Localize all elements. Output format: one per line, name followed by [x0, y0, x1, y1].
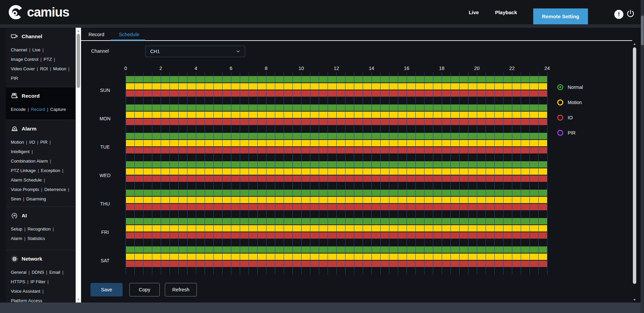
radio-motion[interactable]: [557, 99, 563, 105]
sidebar-link-exception[interactable]: Exception: [41, 168, 60, 173]
sidebar-scrollbar[interactable]: ▲ ▼: [76, 28, 81, 303]
sidebar-link-roi[interactable]: ROI: [40, 66, 48, 71]
sidebar-link-deterrence[interactable]: Deterrence: [44, 187, 66, 192]
schedule-row-sun-motion[interactable]: [126, 83, 547, 90]
schedule-row-mon-normal[interactable]: [126, 104, 547, 112]
sidebar-link-capture[interactable]: Capture: [50, 107, 66, 112]
section-header-ai: AIAI: [11, 212, 72, 220]
schedule-row-wed-io[interactable]: [126, 175, 547, 183]
schedule-row-sun-pir[interactable]: [126, 97, 547, 104]
schedule-row-sat-normal[interactable]: [126, 246, 547, 254]
sidebar-link-general[interactable]: General: [11, 270, 26, 275]
schedule-row-wed-motion[interactable]: [126, 168, 547, 175]
sidebar-link-intelligent[interactable]: Intelligent: [11, 149, 30, 154]
sidebar-link-encode[interactable]: Encode: [11, 107, 26, 112]
sidebar-link-motion[interactable]: Motion: [53, 66, 66, 71]
sidebar-link-statistics[interactable]: Statistics: [27, 236, 45, 241]
radio-dot: [559, 86, 561, 88]
sidebar-link-record[interactable]: Record: [31, 107, 45, 112]
sidebar-scrollbar-thumb[interactable]: [77, 34, 80, 88]
sidebar-link-ddns[interactable]: DDNS: [32, 270, 44, 275]
sidebar-link-pir[interactable]: PIR: [40, 140, 48, 145]
sidebar-link-ip-filter[interactable]: IP Filter: [30, 279, 46, 284]
sidebar-link-motion[interactable]: Motion: [11, 140, 24, 145]
sidebar-link-setup[interactable]: Setup: [11, 226, 22, 232]
sidebar-link-email[interactable]: Email: [49, 270, 60, 275]
legend-item-pir[interactable]: PIR: [557, 130, 583, 136]
schedule-row-thu-io[interactable]: [126, 204, 547, 211]
copy-button[interactable]: Copy: [129, 283, 160, 296]
sidebar-link-platform-access[interactable]: Platform Access: [11, 298, 42, 303]
sidebar-link-line: Motion|I/O|PIR|: [11, 138, 72, 147]
schedule-row-sat-io[interactable]: [126, 261, 547, 268]
nav-remote-setting[interactable]: Remote Setting: [533, 8, 588, 24]
sidebar-link-video-cover[interactable]: Video Cover: [11, 66, 35, 71]
nav-live[interactable]: Live: [469, 9, 479, 15]
schedule-row-thu-normal[interactable]: [126, 190, 547, 197]
channel-select[interactable]: CH1: [145, 46, 245, 57]
schedule-fill-io: [126, 232, 547, 239]
schedule-row-fri-motion[interactable]: [126, 225, 547, 232]
sidebar-link-alarm[interactable]: Alarm: [11, 236, 22, 241]
legend-item-motion[interactable]: Motion: [557, 99, 583, 105]
sidebar-link-disarming[interactable]: Disarming: [26, 196, 46, 201]
schedule-row-mon-pir[interactable]: [126, 126, 547, 133]
legend-item-io[interactable]: IO: [557, 115, 583, 121]
sidebar-link-channel[interactable]: Channel: [11, 47, 27, 52]
sidebar-link-voice-prompts[interactable]: Voice Prompts: [11, 187, 39, 192]
sidebar-link-live[interactable]: Live: [32, 47, 41, 52]
tab-record[interactable]: Record: [88, 32, 104, 37]
save-button[interactable]: Save: [91, 283, 123, 296]
legend-item-normal[interactable]: Normal: [557, 84, 583, 90]
hour-axis: 024681012141618202224: [126, 66, 547, 72]
content-scrollbar[interactable]: ▲ ▼: [632, 41, 637, 303]
schedule-row-sat-pir[interactable]: [126, 268, 547, 275]
schedule-row-wed-pir[interactable]: [126, 183, 547, 190]
schedule-row-thu-motion[interactable]: [126, 197, 547, 204]
refresh-button[interactable]: Refresh: [165, 283, 197, 296]
scroll-up-icon[interactable]: ▲: [632, 42, 637, 46]
schedule-row-mon-io[interactable]: [126, 119, 547, 126]
alert-icon[interactable]: !: [614, 10, 623, 19]
legend-label: Normal: [568, 85, 583, 90]
scroll-down-icon[interactable]: ▼: [76, 297, 81, 302]
scroll-up-icon[interactable]: ▲: [76, 28, 81, 33]
schedule-row-wed-normal[interactable]: [126, 161, 547, 168]
schedule-row-sun-io[interactable]: [126, 90, 547, 97]
sidebar-link-combination-alarm[interactable]: Combination Alarm: [11, 159, 48, 164]
sidebar-link-image-control[interactable]: Image Control: [11, 57, 38, 62]
tab-schedule[interactable]: Schedule: [119, 32, 139, 37]
schedule-row-fri-pir[interactable]: [126, 239, 547, 246]
scroll-down-icon[interactable]: ▼: [632, 298, 637, 302]
nav-playback[interactable]: Playback: [495, 9, 517, 15]
content-scrollbar-thumb[interactable]: [633, 47, 636, 284]
sidebar-link-siren[interactable]: Siren: [11, 196, 21, 201]
sidebar-link-recognition[interactable]: Recognition: [27, 226, 51, 232]
sidebar-link-ptz[interactable]: PTZ: [44, 57, 52, 62]
sidebar-link-alarm-schedule[interactable]: Alarm Schedule: [11, 177, 42, 183]
sidebar-link-https[interactable]: HTTPS: [11, 279, 25, 284]
sidebar-link-i-o[interactable]: I/O: [29, 140, 35, 145]
power-icon[interactable]: [626, 9, 635, 19]
schedule-row-fri-normal[interactable]: [126, 218, 547, 225]
schedule-row-tue-io[interactable]: [126, 147, 547, 154]
schedule-row-fri-io[interactable]: [126, 232, 547, 239]
radio-io[interactable]: [557, 115, 563, 121]
schedule-row-thu-pir[interactable]: [126, 211, 547, 218]
sidebar-link-ptz-linkage[interactable]: PTZ Linkage: [11, 168, 36, 173]
schedule-row-tue-motion[interactable]: [126, 140, 547, 147]
schedule-row-tue-normal[interactable]: [126, 133, 547, 140]
schedule-row-sat-motion[interactable]: [126, 254, 547, 261]
window-scrollbar[interactable]: [641, 0, 644, 313]
radio-pir[interactable]: [557, 130, 563, 136]
sidebar-link-pir[interactable]: PIR: [11, 76, 18, 81]
radio-normal-selected[interactable]: [557, 84, 563, 90]
schedule-row-tue-pir[interactable]: [126, 154, 547, 161]
schedule-row-mon-motion[interactable]: [126, 112, 547, 119]
section-links: Setup|Recognition|Alarm|Statistics: [11, 224, 72, 243]
link-separator: |: [46, 270, 47, 275]
schedule-row-sun-normal[interactable]: [126, 76, 547, 83]
schedule-fill-normal: [126, 161, 547, 168]
window-scrollbar-thumb[interactable]: [641, 16, 644, 45]
sidebar-link-voice-assistant[interactable]: Voice Assistant: [11, 289, 40, 294]
